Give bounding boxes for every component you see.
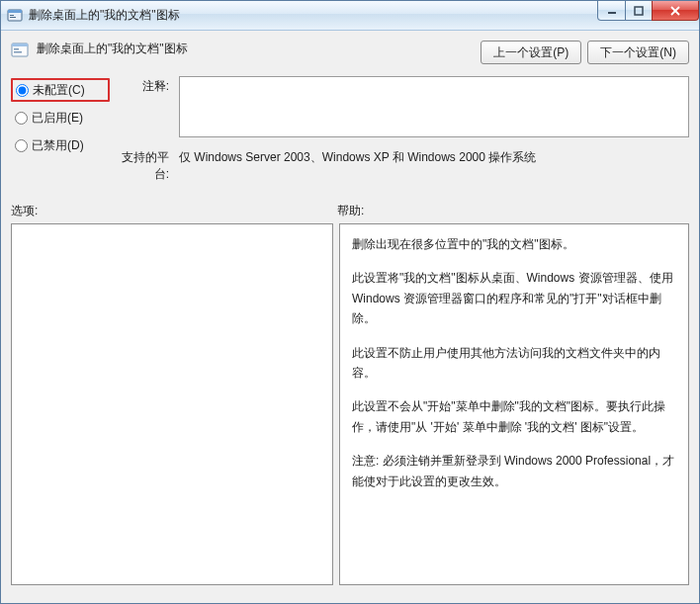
help-label: 帮助: [337,203,364,219]
svg-rect-5 [635,7,643,15]
nav-buttons: 上一个设置(P) 下一个设置(N) [481,41,689,64]
window-controls [598,1,699,21]
section-labels: 选项: 帮助: [11,203,689,219]
dialog-window: 删除桌面上的"我的文档"图标 [0,0,700,604]
page-title: 删除桌面上的"我的文档"图标 [37,41,481,57]
options-label: 选项: [11,203,337,219]
svg-rect-1 [8,10,22,13]
window-title: 删除桌面上的"我的文档"图标 [29,7,180,24]
radio-not-configured-input[interactable] [16,84,29,97]
prev-setting-button[interactable]: 上一个设置(P) [481,41,581,64]
radio-enabled-input[interactable] [15,112,28,125]
platform-value: 仅 Windows Server 2003、Windows XP 和 Windo… [179,147,689,166]
svg-rect-2 [10,15,14,16]
config-section: 未配置(C) 已启用(E) 已禁用(D) 注释: 支持的平台: [11,76,689,183]
header-row: 删除桌面上的"我的文档"图标 上一个设置(P) 下一个设置(N) [11,41,689,64]
close-button[interactable] [652,1,699,21]
bottom-spacer [11,585,689,603]
minimize-icon [607,6,617,16]
panels-row: 删除出现在很多位置中的"我的文档"图标。 此设置将"我的文档"图标从桌面、Win… [11,223,689,585]
comment-row: 注释: [110,76,689,137]
radio-disabled-label: 已禁用(D) [32,137,84,154]
radio-enabled[interactable]: 已启用(E) [11,106,110,129]
comment-input[interactable] [179,76,689,137]
radio-not-configured-label: 未配置(C) [33,82,85,99]
app-icon [7,8,23,24]
dialog-content: 删除桌面上的"我的文档"图标 上一个设置(P) 下一个设置(N) 未配置(C) … [1,31,699,603]
platform-row: 支持的平台: 仅 Windows Server 2003、Windows XP … [110,147,689,183]
help-paragraph: 删除出现在很多位置中的"我的文档"图标。 [352,234,676,254]
radio-disabled[interactable]: 已禁用(D) [11,133,110,157]
radio-enabled-label: 已启用(E) [32,110,83,127]
svg-rect-9 [12,43,28,46]
next-setting-button[interactable]: 下一个设置(N) [587,41,689,64]
policy-icon [11,42,29,59]
minimize-button[interactable] [597,1,626,21]
svg-rect-4 [608,12,616,14]
radio-not-configured[interactable]: 未配置(C) [11,78,110,102]
help-paragraph: 注意: 必须注销并重新登录到 Windows 2000 Professional… [352,451,676,491]
radio-disabled-input[interactable] [15,139,28,152]
titlebar: 删除桌面上的"我的文档"图标 [1,1,699,31]
maximize-icon [634,6,644,16]
svg-rect-3 [10,17,16,18]
svg-rect-10 [14,48,19,50]
fields-column: 注释: 支持的平台: 仅 Windows Server 2003、Windows… [110,76,689,183]
help-panel: 删除出现在很多位置中的"我的文档"图标。 此设置将"我的文档"图标从桌面、Win… [339,223,689,585]
maximize-button[interactable] [625,1,653,21]
help-paragraph: 此设置不防止用户使用其他方法访问我的文档文件夹中的内容。 [352,343,676,384]
radio-group: 未配置(C) 已启用(E) 已禁用(D) [11,76,110,183]
comment-label: 注释: [110,76,179,95]
help-paragraph: 此设置不会从"开始"菜单中删除"我的文档"图标。要执行此操作，请使用"从 '开始… [352,396,676,437]
platform-label: 支持的平台: [110,147,179,183]
close-icon [669,6,681,16]
svg-rect-11 [14,51,22,53]
help-paragraph: 此设置将"我的文档"图标从桌面、Windows 资源管理器、使用 Windows… [352,268,676,328]
options-panel [11,223,333,585]
